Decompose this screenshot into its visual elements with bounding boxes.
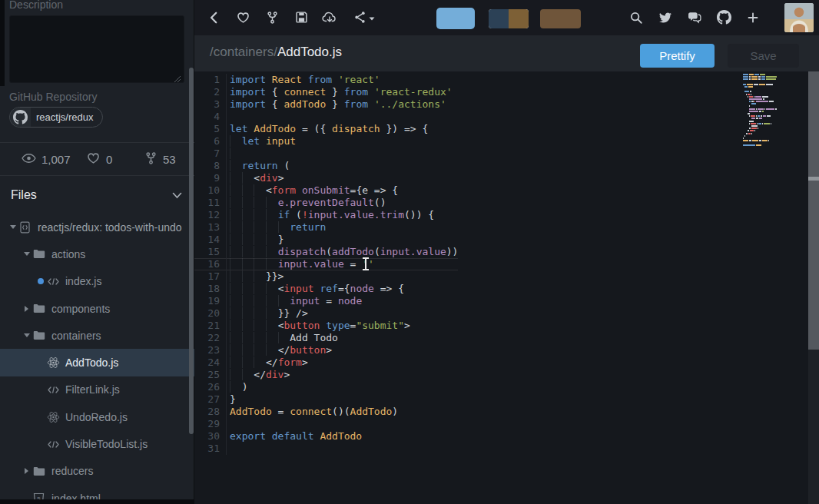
code-line-5[interactable]: 5let AddTodo = ({ dispatch }) => { — [194, 123, 458, 135]
code-line-7[interactable]: 7 — [194, 148, 458, 160]
line-number: 15 — [194, 246, 227, 258]
chat-icon — [688, 11, 702, 26]
feedback-button[interactable] — [685, 8, 705, 28]
folder-icon — [33, 249, 50, 259]
twitter-button[interactable] — [655, 8, 675, 28]
share-menu-button[interactable] — [350, 8, 379, 28]
line-number: 2 — [194, 86, 227, 98]
code-line-13[interactable]: 13 return — [194, 221, 458, 234]
tree-item-label: FilterLink.js — [65, 383, 120, 396]
tree-item-label: actions — [51, 248, 85, 260]
code-line-26[interactable]: 26 ) — [194, 381, 458, 393]
tree-item-reactjs-redux-todos-with-undo[interactable]: reactjs/redux: todos-with-undo — [0, 214, 194, 240]
react-file-icon — [47, 411, 64, 423]
code-line-23[interactable]: 23 </button> — [194, 344, 458, 356]
like-button[interactable] — [233, 8, 253, 28]
tree-item-index-js[interactable]: index.js — [0, 268, 194, 295]
tree-item-label: UndoRedo.js — [65, 411, 128, 423]
tree-item-label: index.js — [65, 275, 101, 287]
line-number: 7 — [194, 148, 227, 160]
code-line-8[interactable]: 8 return ( — [194, 160, 458, 172]
breadcrumb-filename: AddTodo.js — [277, 45, 342, 59]
tree-item-containers[interactable]: containers — [0, 322, 194, 349]
code-line-18[interactable]: 18 <input ref={node => { — [194, 283, 458, 295]
code-line-16[interactable]: 16 input.value = '' — [194, 258, 458, 270]
line-number: 3 — [194, 98, 227, 111]
code-line-31[interactable]: 31 — [194, 443, 458, 455]
code-line-1[interactable]: 1import React from 'react' — [194, 74, 458, 86]
preview-button-2[interactable] — [489, 9, 529, 28]
minimap[interactable] — [742, 74, 778, 150]
back-button[interactable] — [204, 8, 224, 28]
preview-button-3[interactable] — [540, 9, 581, 28]
code-line-12[interactable]: 12 if (!input.value.trim()) { — [194, 209, 458, 221]
tree-item-actions[interactable]: actions — [0, 240, 194, 267]
line-number: 4 — [194, 111, 227, 123]
folder-icon — [33, 330, 50, 340]
repo-file-icon — [19, 221, 36, 234]
save-button[interactable]: Save — [728, 44, 799, 68]
code-line-27[interactable]: 27} — [194, 393, 458, 406]
tree-item-reducers[interactable]: reducers — [0, 458, 194, 485]
code-line-10[interactable]: 10 <form onSubmit={e => { — [194, 184, 458, 197]
code-editor[interactable]: 1import React from 'react'2import { conn… — [194, 71, 819, 504]
avatar-image — [784, 3, 814, 32]
tree-item-undoredo-js[interactable]: UndoRedo.js — [0, 403, 194, 430]
resize-grip-icon[interactable] — [174, 72, 181, 86]
file-tree: reactjs/redux: todos-with-undoactionsind… — [0, 214, 194, 504]
line-number: 10 — [194, 184, 227, 197]
code-file-icon — [47, 385, 64, 395]
code-line-15[interactable]: 15 dispatch(addTodo(input.value)) — [194, 246, 458, 258]
code-line-22[interactable]: 22 Add Todo — [194, 332, 458, 344]
code-line-19[interactable]: 19 input = node — [194, 295, 458, 307]
line-number: 1 — [194, 74, 227, 86]
sidebar: Description GitHub Repository reactjs/re… — [0, 0, 194, 504]
code-line-4[interactable]: 4 — [194, 111, 458, 123]
scrollbar-thumb[interactable] — [808, 71, 819, 350]
forks-stat: 53 — [144, 143, 176, 176]
code-line-17[interactable]: 17 }}> — [194, 270, 458, 283]
code-line-21[interactable]: 21 <button type="submit"> — [194, 320, 458, 332]
code-line-30[interactable]: 30export default AddTodo — [194, 430, 458, 443]
code-line-2[interactable]: 2import { connect } from 'react-redux' — [194, 86, 458, 98]
tree-item-addtodo-js[interactable]: AddTodo.js — [0, 349, 194, 376]
code-line-14[interactable]: 14 } — [194, 234, 458, 246]
line-number: 24 — [194, 356, 227, 369]
code-line-29[interactable]: 29 — [194, 418, 458, 430]
line-number: 22 — [194, 332, 227, 344]
search-button[interactable] — [626, 8, 646, 28]
chevron-right-icon — [20, 306, 33, 312]
files-header-label: Files — [11, 188, 37, 202]
tree-item-visibletodolist-js[interactable]: VisibleTodoList.js — [0, 430, 194, 457]
preview-button-1[interactable] — [436, 8, 475, 29]
editor-scrollbar[interactable] — [808, 71, 819, 504]
description-textarea[interactable] — [9, 15, 184, 83]
line-number: 13 — [194, 221, 227, 234]
github-button[interactable] — [714, 8, 734, 28]
prettify-button[interactable]: Prettify — [640, 44, 715, 68]
github-icon — [10, 108, 31, 127]
code-line-11[interactable]: 11 e.preventDefault() — [194, 197, 458, 209]
code-line-28[interactable]: 28AddTodo = connect()(AddTodo) — [194, 406, 458, 418]
new-plunk-button[interactable] — [743, 8, 763, 28]
likes-count: 0 — [106, 153, 112, 166]
save-icon — [295, 11, 308, 26]
code-line-20[interactable]: 20 }} /> — [194, 307, 458, 320]
code-line-3[interactable]: 3import { addTodo } from '../actions' — [194, 98, 458, 111]
code-line-9[interactable]: 9 <div> — [194, 172, 458, 184]
sidebar-scrollbar[interactable] — [189, 68, 194, 434]
code-line-24[interactable]: 24 </form> — [194, 356, 458, 369]
code-line-6[interactable]: 6 let input — [194, 135, 458, 148]
files-section-header[interactable]: Files — [0, 175, 194, 214]
heart-icon — [86, 151, 101, 168]
fork-button[interactable] — [262, 8, 282, 28]
repo-badge[interactable]: reactjs/redux — [9, 107, 103, 128]
code-line-25[interactable]: 25 </div> — [194, 369, 458, 381]
tree-item-filterlink-js[interactable]: FilterLink.js — [0, 376, 194, 403]
download-button[interactable] — [320, 8, 340, 28]
user-avatar[interactable] — [784, 3, 814, 32]
code-file-icon — [47, 277, 64, 287]
cloud-download-icon — [322, 11, 337, 26]
tree-item-components[interactable]: components — [0, 295, 194, 322]
save-plunk-button[interactable] — [291, 8, 311, 28]
